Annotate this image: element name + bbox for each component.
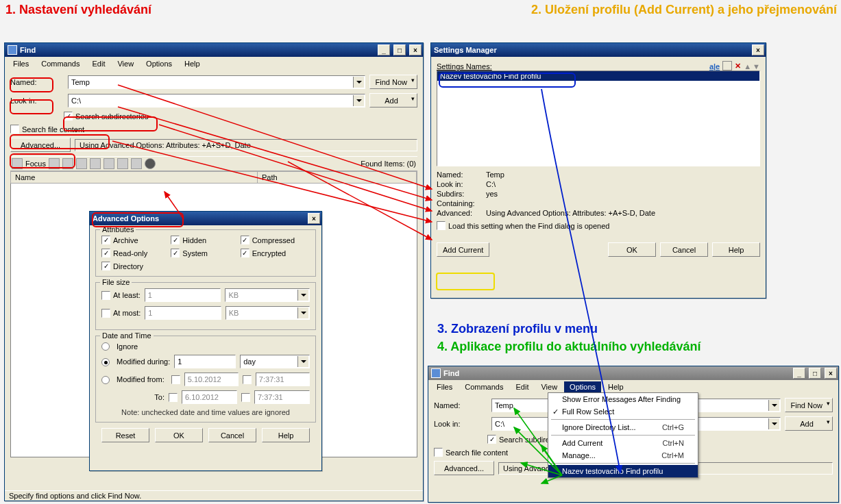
hidden-checkbox[interactable]: ✓Hidden [171,236,240,244]
menu-ignore-list[interactable]: Ignore Directory List...Ctrl+G [548,421,698,433]
sm-titlebar[interactable]: Settings Manager × [431,43,766,57]
menu-view[interactable]: View [112,58,139,69]
system-checkbox[interactable]: ✓System [171,249,240,257]
during-unit[interactable]: day [240,355,310,368]
close-button[interactable]: × [409,45,422,55]
focus-label[interactable]: Focus [25,160,46,168]
menu-profile[interactable]: Nazev testovaciho Find profilu [548,465,698,477]
profile-row[interactable]: Nazev testovaciho Find profilu [437,71,759,81]
advanced-button[interactable]: Advanced... [434,461,494,475]
encrypted-checkbox[interactable]: ✓Encrypted [241,249,310,257]
app-icon [431,368,441,378]
annotation-1: 1. Nastavení vyhledávání [5,3,151,17]
menu-commands[interactable]: Commands [459,381,509,392]
cancel-button[interactable]: Cancel [660,242,708,257]
from-time[interactable]: 7:37:31 [256,373,310,386]
from-date[interactable]: 5.10.2012 [184,373,239,386]
ok-button[interactable]: OK [155,428,203,442]
rename-icon[interactable]: a|e [709,62,720,71]
delete-icon[interactable]: ✕ [735,62,741,71]
add-current-button[interactable]: Add Current [437,242,489,257]
col-name[interactable]: Name [11,172,258,183]
adv-client: Attributes ✓Archive ✓Hidden ✓Compressed … [90,225,321,470]
atleast-checkbox[interactable]: At least: [101,291,141,300]
cut-icon[interactable] [117,158,128,169]
menu-edit[interactable]: Edit [86,58,110,69]
up-icon[interactable]: ▲ [744,62,751,71]
load-on-open-checkbox[interactable]: Load this setting when the Find dialog i… [437,221,760,230]
menu-show-errors[interactable]: Show Error Messages After Finding [548,393,698,405]
menu-full-row[interactable]: Full Row Select [548,405,698,418]
copy-icon[interactable] [722,61,732,71]
atleast-unit[interactable]: KB [225,288,310,302]
close-button[interactable]: × [308,213,320,224]
search-subdirs-checkbox[interactable]: ✓Search subdirectories [64,112,148,121]
down-icon[interactable]: ▼ [753,62,760,71]
search-content-checkbox[interactable]: Search file content [434,448,508,457]
refresh-icon[interactable] [12,158,23,169]
advanced-status: Using Advanced Options: Attributes: +A+S… [75,139,417,151]
help-button[interactable]: Help [712,242,760,257]
adv-titlebar[interactable]: Advanced Options × [90,212,321,225]
atleast-input[interactable]: 1 [145,288,221,302]
modified-from-radio[interactable] [101,375,112,384]
close-button[interactable]: × [752,45,764,55]
modified-during-radio[interactable] [101,357,112,366]
menu-help[interactable]: Help [602,381,629,392]
maximize-button[interactable]: □ [393,45,406,55]
atmost-input[interactable]: 1 [145,306,221,320]
menu-view[interactable]: View [535,381,563,392]
stop-icon[interactable] [145,158,156,169]
find-now-button[interactable]: Find Now [785,398,833,412]
tool-icon[interactable] [49,158,60,169]
maximize-button[interactable]: □ [809,368,821,379]
reset-button[interactable]: Reset [101,428,149,442]
directory-checkbox[interactable]: ✓Directory [101,262,171,270]
menu-files[interactable]: Files [431,381,458,392]
to-date[interactable]: 6.10.2012 [182,390,237,404]
settings-list[interactable]: Nazev testovaciho Find profilu [437,71,760,166]
tool-icon[interactable] [103,158,114,169]
add-button[interactable]: Add [369,93,417,108]
col-path[interactable]: Path [258,172,417,183]
compressed-checkbox[interactable]: ✓Compressed [241,236,310,244]
find-now-button[interactable]: Find Now [369,75,417,89]
tool-icon[interactable] [90,158,101,169]
ignore-radio[interactable] [101,342,112,351]
menu-files[interactable]: Files [8,58,34,69]
found-items-label: Found Items: (0) [361,160,416,168]
atmost-checkbox[interactable]: At most: [101,309,141,318]
during-count[interactable]: 1 [174,355,236,368]
menu-manage[interactable]: Manage...Ctrl+M [548,449,698,462]
readonly-checkbox[interactable]: ✓Read-only [101,249,171,257]
find-statusbar: Specify find options and click Find Now. [5,490,423,501]
filesize-legend: File size [100,278,132,286]
menu-add-current[interactable]: Add CurrentCtrl+N [548,437,698,449]
cancel-button[interactable]: Cancel [208,428,256,442]
datetime-legend: Date and Time [100,331,154,340]
help-button[interactable]: Help [262,428,310,442]
minimize-button[interactable]: _ [793,368,805,379]
date-note: Note: unchecked date and time values are… [101,408,310,416]
find-titlebar[interactable]: Find _ □ × [5,43,423,57]
delete-icon[interactable] [76,158,87,169]
ok-button[interactable]: OK [608,242,656,257]
find2-titlebar[interactable]: Find _ □ × [428,366,838,380]
atmost-unit[interactable]: KB [226,306,310,320]
add-button[interactable]: Add [785,416,833,431]
to-time[interactable]: 7:37:31 [254,390,310,404]
named-input[interactable]: Temp [68,75,365,89]
menu-help[interactable]: Help [179,58,206,69]
menu-commands[interactable]: Commands [36,58,85,69]
lookin-input[interactable]: C:\ [68,94,365,108]
copy-icon[interactable] [131,158,142,169]
tool-icon[interactable] [62,158,73,169]
menu-options[interactable]: Options [564,381,601,392]
minimize-button[interactable]: _ [378,45,390,55]
search-content-checkbox[interactable]: Search file content [10,125,84,134]
menu-edit[interactable]: Edit [510,381,534,392]
advanced-button[interactable]: Advanced... [10,138,71,152]
close-button[interactable]: × [825,368,837,379]
menu-options[interactable]: Options [141,58,178,69]
archive-checkbox[interactable]: ✓Archive [101,236,171,244]
